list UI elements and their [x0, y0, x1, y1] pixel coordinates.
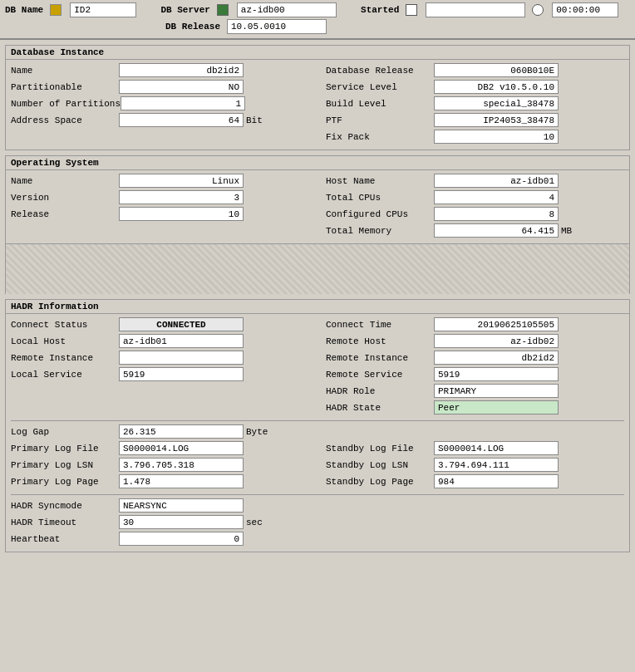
primary-log-file-value: S0000014.LOG	[119, 441, 244, 455]
table-row: Primary Log Page 1.478	[11, 474, 309, 488]
connect-status-label: Connect Status	[11, 320, 119, 330]
table-row: Standby Log Page 984	[326, 474, 624, 488]
primary-log-lsn-value: 3.796.705.318	[119, 458, 244, 472]
hadr-section: HADR Information Connect Status CONNECTE…	[5, 299, 630, 552]
table-row: Host Name az-idb01	[326, 174, 624, 188]
hadr-body: Connect Status CONNECTED Local Host az-i…	[6, 314, 629, 552]
table-row: Name db2id2	[11, 63, 309, 77]
started-time: 00:00:00	[552, 2, 618, 17]
address-space-unit: Bit	[246, 115, 263, 125]
table-row: Primary Log LSN 3.796.705.318	[11, 458, 309, 472]
db-release-r-value: 060B010E	[434, 63, 559, 77]
total-cpus-value: 4	[434, 190, 559, 204]
primary-log-page-value: 1.478	[119, 474, 244, 488]
table-row: Release 10	[11, 207, 309, 221]
os-left-col: Name Linux Version 3 Release 10	[11, 174, 309, 240]
remote-instance-label: Remote Instance	[326, 353, 434, 363]
db-icon	[50, 4, 62, 16]
local-service-label: Local Service	[11, 370, 119, 380]
num-partitions-value: 1	[121, 96, 245, 110]
operating-system-section: Operating System Name Linux Version 3 Re…	[5, 155, 630, 244]
num-partitions-label: Number of Partitions	[11, 99, 121, 109]
table-row: Total CPUs 4	[326, 190, 624, 204]
remote-instance-left-label: Remote Instance	[11, 353, 119, 363]
table-row: PTF IP24053_38478	[326, 113, 624, 127]
table-row: Service Level DB2 v10.5.0.10	[326, 80, 624, 94]
os-release-value: 10	[119, 207, 244, 221]
db-server-value: az-idb00	[237, 2, 337, 17]
hadr-role-value: PRIMARY	[434, 384, 559, 398]
top-header: DB Name ID2 DB Server az-idb00 Started 0…	[0, 0, 635, 40]
log-gap-label: Log Gap	[11, 427, 119, 437]
configured-cpus-value: 8	[434, 207, 559, 221]
primary-log-file-label: Primary Log File	[11, 444, 119, 454]
db-server-label: DB Server	[160, 5, 209, 15]
table-row: HADR Timeout 30 sec	[11, 515, 624, 529]
configured-cpus-label: Configured CPUs	[326, 209, 434, 219]
table-row: Standby Log File S0000014.LOG	[326, 441, 624, 455]
remote-instance-value: db2id2	[434, 351, 559, 365]
heartbeat-value: 0	[119, 532, 244, 546]
host-name-value: az-idb01	[434, 174, 559, 188]
hadr-timeout-value: 30	[119, 515, 244, 529]
table-row: Partitionable NO	[11, 80, 309, 94]
os-name-label: Name	[11, 176, 119, 186]
started-label: Started	[361, 5, 399, 15]
hadr-role-label: HADR Role	[326, 386, 434, 396]
total-memory-unit: MB	[561, 226, 572, 236]
standby-log-file-label: Standby Log File	[326, 444, 434, 454]
name-value: db2id2	[119, 63, 244, 77]
local-host-value: az-idb01	[119, 334, 244, 348]
name-label: Name	[11, 66, 119, 76]
build-level-label: Build Level	[326, 99, 434, 109]
clock-icon	[532, 4, 544, 16]
remote-instance-left-value	[119, 351, 244, 365]
table-row: Local Host az-idb01	[11, 334, 309, 348]
standby-log-lsn-label: Standby Log LSN	[326, 460, 434, 470]
db-release-label: DB Release	[165, 22, 220, 32]
table-row: Configured CPUs 8	[326, 207, 624, 221]
database-instance-body: Name db2id2 Partitionable NO Number of P…	[6, 60, 629, 150]
server-icon	[217, 4, 229, 16]
database-instance-header: Database Instance	[6, 46, 629, 60]
hadr-syncmode-value: NEARSYNC	[119, 498, 244, 513]
table-row: HADR Role PRIMARY	[326, 384, 624, 398]
table-row: Remote Host az-idb02	[326, 334, 624, 348]
table-row: Heartbeat 0	[11, 532, 624, 546]
log-left-col: Primary Log File S0000014.LOG Primary Lo…	[11, 441, 309, 491]
spacer-area	[5, 244, 630, 294]
table-row: Name Linux	[11, 174, 309, 188]
standby-log-page-label: Standby Log Page	[326, 477, 434, 487]
remote-service-value: 5919	[434, 367, 559, 381]
total-memory-value: 64.415	[434, 223, 559, 238]
remote-host-value: az-idb02	[434, 334, 559, 348]
table-row: Connect Status CONNECTED	[11, 317, 309, 331]
table-row: Address Space 64 Bit	[11, 113, 309, 127]
hadr-state-label: HADR State	[326, 403, 434, 413]
host-name-label: Host Name	[326, 176, 434, 186]
connect-time-value: 20190625105505	[434, 317, 559, 331]
calendar-icon	[406, 4, 417, 16]
db-instance-right-col: Database Release 060B010E Service Level …	[326, 63, 624, 146]
log-right-col: Standby Log File S0000014.LOG Standby Lo…	[326, 441, 624, 491]
standby-log-file-value: S0000014.LOG	[434, 441, 559, 455]
table-row: HADR State Peer	[326, 400, 624, 414]
hadr-grid: Connect Status CONNECTED Local Host az-i…	[11, 317, 624, 417]
connect-time-label: Connect Time	[326, 320, 434, 330]
build-level-value: special_38478	[434, 96, 559, 110]
ptf-value: IP24053_38478	[434, 113, 559, 127]
table-row: Remote Instance	[11, 351, 309, 365]
total-memory-label: Total Memory	[326, 226, 434, 236]
table-row: Total Memory 64.415 MB	[326, 223, 624, 238]
hadr-right-col: Connect Time 20190625105505 Remote Host …	[326, 317, 624, 417]
hadr-timeout-unit: sec	[246, 517, 263, 527]
table-row: Number of Partitions 1	[11, 96, 309, 110]
primary-log-lsn-label: Primary Log LSN	[11, 460, 119, 470]
standby-log-page-value: 984	[434, 474, 559, 488]
os-version-value: 3	[119, 190, 244, 204]
database-instance-grid: Name db2id2 Partitionable NO Number of P…	[11, 63, 624, 146]
log-gap-unit: Byte	[246, 427, 268, 437]
os-version-label: Version	[11, 193, 119, 203]
table-row: Build Level special_38478	[326, 96, 624, 110]
table-row: Local Service 5919	[11, 367, 309, 381]
